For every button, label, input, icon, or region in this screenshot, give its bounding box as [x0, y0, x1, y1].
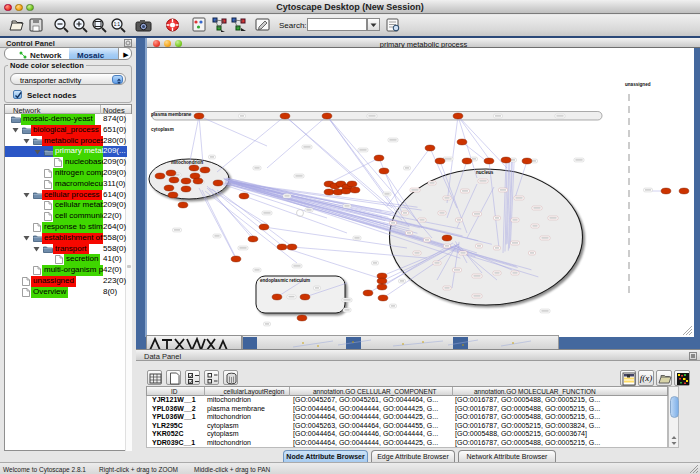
svg-text:unassigned: unassigned: [625, 82, 651, 87]
svg-text:1:1: 1:1: [114, 22, 121, 27]
svg-text:cytoplasm: cytoplasm: [151, 127, 174, 132]
svg-text:endoplasmic reticulum: endoplasmic reticulum: [260, 278, 310, 283]
svg-text:nucleus: nucleus: [476, 170, 494, 175]
svg-text:plasma membrane: plasma membrane: [151, 112, 192, 117]
svg-text:mitochondrion: mitochondrion: [171, 160, 203, 165]
svg-text:f(x): f(x): [640, 373, 653, 383]
